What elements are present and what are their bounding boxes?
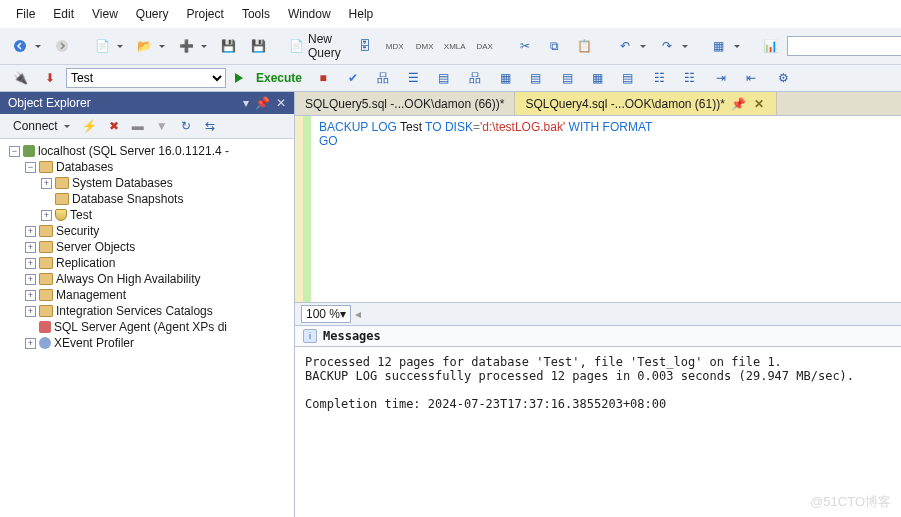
messages-icon: i — [303, 329, 317, 343]
cut-button[interactable]: ✂ — [511, 35, 539, 57]
uncomment-icon[interactable]: ☷ — [675, 67, 703, 89]
indent-icon[interactable]: ⇥ — [707, 67, 735, 89]
new-item-button[interactable]: 📄 — [88, 35, 128, 57]
tree-server-node[interactable]: −localhost (SQL Server 16.0.1121.4 - — [2, 143, 292, 159]
undo-button[interactable]: ↶ — [611, 35, 651, 57]
open-button[interactable]: 📂 — [130, 35, 170, 57]
panel-close-icon[interactable]: ✕ — [276, 96, 286, 110]
code-editor[interactable]: BACKUP LOG Test TO DISK='d:\testLOG.bak'… — [295, 116, 901, 303]
nav-forward-button[interactable] — [48, 35, 76, 57]
tab-sqlquery4[interactable]: SQLQuery4.sql -...OOK\damon (61))*📌✕ — [515, 92, 776, 115]
mdx-icon[interactable]: MDX — [381, 35, 409, 57]
object-explorer-title-bar: Object Explorer ▾ 📌 ✕ — [0, 92, 294, 114]
object-explorer-panel: Object Explorer ▾ 📌 ✕ Connect ⚡ ✖ ▬ ▼ ↻ … — [0, 92, 295, 517]
dax-icon[interactable]: DAX — [471, 35, 499, 57]
client-stats-icon[interactable]: ▤ — [521, 67, 549, 89]
execute-button[interactable]: Execute — [230, 69, 307, 87]
outdent-icon[interactable]: ⇤ — [737, 67, 765, 89]
grid-button[interactable]: ▦ — [705, 35, 745, 57]
database-selector[interactable]: Test — [66, 68, 226, 88]
save-button[interactable]: 💾 — [214, 35, 242, 57]
redo-button[interactable]: ↷ — [653, 35, 693, 57]
save-all-button[interactable]: 💾 — [244, 35, 272, 57]
copy-button[interactable]: ⧉ — [541, 35, 569, 57]
editor-area: SQLQuery5.sql -...OOK\damon (66))* SQLQu… — [295, 92, 901, 517]
parse-button[interactable]: ✔ — [339, 67, 367, 89]
menu-view[interactable]: View — [84, 4, 126, 24]
zoom-bar: 100 % ▾ ◂ — [295, 303, 901, 326]
panel-dropdown-icon[interactable]: ▾ — [243, 96, 249, 110]
zoom-selector[interactable]: 100 % ▾ — [301, 305, 351, 323]
available-db-icon[interactable]: ⬇ — [36, 67, 64, 89]
results-grid-icon[interactable]: ▦ — [583, 67, 611, 89]
tab-sqlquery5[interactable]: SQLQuery5.sql -...OOK\damon (66))* — [295, 92, 515, 115]
main-toolbar: 📄 📂 ➕ 💾 💾 📄New Query 🗄 MDX DMX XMLA DAX … — [0, 28, 901, 65]
stop-icon[interactable]: ✖ — [105, 117, 123, 135]
dmx-icon[interactable]: DMX — [411, 35, 439, 57]
results-file-icon[interactable]: ▤ — [613, 67, 641, 89]
db-engine-query-icon[interactable]: 🗄 — [351, 35, 379, 57]
new-query-button[interactable]: 📄New Query — [284, 30, 349, 62]
add-button[interactable]: ➕ — [172, 35, 212, 57]
sql-toolbar: 🔌 ⬇ Test Execute ■ ✔ 品 ☰ ▤ 品 ▦ ▤ ▤ ▦ ▤ ☷… — [0, 65, 901, 92]
refresh-icon[interactable]: ↻ — [177, 117, 195, 135]
object-explorer-tree: −localhost (SQL Server 16.0.1121.4 - −Da… — [0, 139, 294, 517]
nav-back-button[interactable] — [6, 35, 46, 57]
tree-replication-node[interactable]: +Replication — [2, 255, 292, 271]
display-plan-icon[interactable]: 品 — [369, 67, 397, 89]
tree-management-node[interactable]: +Management — [2, 287, 292, 303]
svg-point-1 — [56, 40, 68, 52]
menu-edit[interactable]: Edit — [45, 4, 82, 24]
include-plan-icon[interactable]: 品 — [461, 67, 489, 89]
tree-agent-node[interactable]: SQL Server Agent (Agent XPs di — [2, 319, 292, 335]
quick-launch-input[interactable] — [787, 36, 901, 56]
menu-window[interactable]: Window — [280, 4, 339, 24]
results-panel: iMessages Processed 12 pages for databas… — [295, 326, 901, 517]
tab-pin-icon[interactable]: 📌 — [731, 97, 746, 111]
svg-point-0 — [14, 40, 26, 52]
tree-security-node[interactable]: +Security — [2, 223, 292, 239]
connect-button[interactable]: Connect — [8, 117, 75, 135]
tree-system-db-node[interactable]: +System Databases — [2, 175, 292, 191]
document-tabs: SQLQuery5.sql -...OOK\damon (66))* SQLQu… — [295, 92, 901, 116]
menu-file[interactable]: File — [8, 4, 43, 24]
live-stats-icon[interactable]: ▦ — [491, 67, 519, 89]
menu-project[interactable]: Project — [179, 4, 232, 24]
tree-test-db-node[interactable]: +Test — [2, 207, 292, 223]
panel-pin-icon[interactable]: 📌 — [255, 96, 270, 110]
xmla-icon[interactable]: XMLA — [441, 35, 469, 57]
tree-aoha-node[interactable]: +Always On High Availability — [2, 271, 292, 287]
change-connection-icon[interactable]: 🔌 — [6, 67, 34, 89]
tree-databases-node[interactable]: −Databases — [2, 159, 292, 175]
menu-help[interactable]: Help — [341, 4, 382, 24]
tree-isc-node[interactable]: +Integration Services Catalogs — [2, 303, 292, 319]
object-explorer-title: Object Explorer — [8, 96, 91, 110]
tree-server-objects-node[interactable]: +Server Objects — [2, 239, 292, 255]
specify-values-icon[interactable]: ⚙ — [769, 67, 797, 89]
disconnect-icon[interactable]: ⚡ — [81, 117, 99, 135]
tab-close-icon[interactable]: ✕ — [752, 97, 766, 111]
results-text-icon[interactable]: ▤ — [553, 67, 581, 89]
object-explorer-toolbar: Connect ⚡ ✖ ▬ ▼ ↻ ⇆ — [0, 114, 294, 139]
messages-tab[interactable]: iMessages — [295, 326, 901, 347]
intellisense-icon[interactable]: ▤ — [429, 67, 457, 89]
filter-icon[interactable]: ▼ — [153, 117, 171, 135]
messages-output[interactable]: Processed 12 pages for database 'Test', … — [295, 347, 901, 517]
query-options-icon[interactable]: ☰ — [399, 67, 427, 89]
menu-tools[interactable]: Tools — [234, 4, 278, 24]
activity-monitor-icon[interactable]: 📊 — [757, 35, 785, 57]
comment-icon[interactable]: ☷ — [645, 67, 673, 89]
filter-settings-icon[interactable]: ▬ — [129, 117, 147, 135]
paste-button[interactable]: 📋 — [571, 35, 599, 57]
stop-button[interactable]: ■ — [309, 67, 337, 89]
sync-icon[interactable]: ⇆ — [201, 117, 219, 135]
menu-query[interactable]: Query — [128, 4, 177, 24]
tree-xevent-node[interactable]: +XEvent Profiler — [2, 335, 292, 351]
tree-snapshots-node[interactable]: Database Snapshots — [2, 191, 292, 207]
menu-bar: File Edit View Query Project Tools Windo… — [0, 0, 901, 28]
